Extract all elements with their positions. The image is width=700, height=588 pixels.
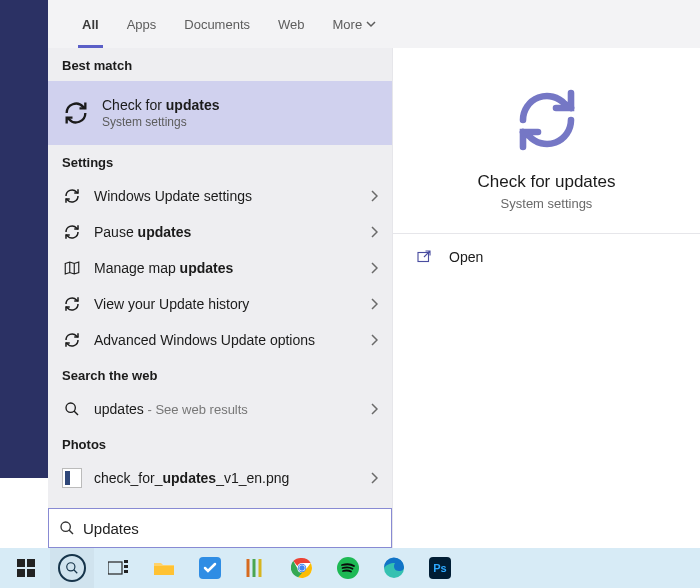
taskbar-app-file-explorer[interactable]	[142, 548, 186, 588]
taskbar-search-button[interactable]	[50, 548, 94, 588]
result-best-match-text: Check for updates System settings	[102, 97, 220, 129]
result-web-search[interactable]: updates - See web results	[48, 391, 392, 427]
result-pause-updates[interactable]: Pause updates	[48, 214, 392, 250]
sync-icon	[62, 294, 82, 314]
desktop-background	[0, 478, 48, 548]
svg-rect-11	[108, 562, 122, 574]
task-view-button[interactable]	[96, 548, 140, 588]
section-header-settings: Settings	[48, 145, 392, 178]
taskbar: Ps	[0, 548, 700, 588]
svg-rect-7	[17, 569, 25, 577]
preview-action-open[interactable]: Open	[393, 234, 700, 280]
sync-icon	[62, 186, 82, 206]
svg-point-20	[299, 565, 304, 570]
result-photo-file[interactable]: check_for_updates_v1_en.png	[48, 460, 392, 496]
chevron-right-icon	[370, 298, 378, 310]
tab-more-label: More	[333, 17, 363, 32]
search-icon	[58, 554, 86, 582]
map-icon	[62, 258, 82, 278]
chevron-down-icon	[366, 19, 376, 29]
search-icon	[62, 399, 82, 419]
svg-line-10	[74, 570, 78, 574]
svg-rect-6	[27, 559, 35, 567]
taskbar-app-todo[interactable]	[188, 548, 232, 588]
taskbar-app-chrome[interactable]	[280, 548, 324, 588]
tab-documents[interactable]: Documents	[170, 0, 264, 48]
preview-action-open-label: Open	[449, 249, 483, 265]
preview-subtitle: System settings	[501, 196, 593, 211]
svg-rect-8	[27, 569, 35, 577]
section-header-photos: Photos	[48, 427, 392, 460]
svg-rect-5	[17, 559, 25, 567]
start-button[interactable]	[4, 548, 48, 588]
section-header-search-web: Search the web	[48, 358, 392, 391]
taskbar-app-spotify[interactable]	[326, 548, 370, 588]
sync-icon	[62, 330, 82, 350]
svg-point-2	[61, 522, 70, 531]
svg-text:Ps: Ps	[433, 562, 446, 574]
preview-title: Check for updates	[478, 172, 616, 192]
search-box[interactable]	[48, 508, 392, 548]
search-results-column: Best match Check for updates System sett…	[48, 48, 392, 548]
sync-icon	[62, 222, 82, 242]
chevron-right-icon	[370, 262, 378, 274]
result-preview-pane: Check for updates System settings Open	[392, 48, 700, 548]
result-best-match[interactable]: Check for updates System settings	[48, 81, 392, 145]
svg-point-0	[66, 403, 75, 412]
image-thumbnail-icon	[62, 468, 82, 488]
chevron-right-icon	[370, 190, 378, 202]
search-scope-tabs: All Apps Documents Web More	[48, 0, 700, 48]
result-windows-update-settings[interactable]: Windows Update settings	[48, 178, 392, 214]
sync-icon	[62, 99, 90, 127]
tab-web[interactable]: Web	[264, 0, 319, 48]
search-icon	[59, 520, 75, 536]
preview-hero: Check for updates System settings	[478, 84, 616, 211]
svg-rect-15	[154, 566, 174, 575]
svg-rect-13	[124, 565, 128, 568]
svg-rect-12	[124, 560, 128, 563]
chevron-right-icon	[370, 472, 378, 484]
chevron-right-icon	[370, 403, 378, 415]
result-manage-map-updates[interactable]: Manage map updates	[48, 250, 392, 286]
chevron-right-icon	[370, 334, 378, 346]
chevron-right-icon	[370, 226, 378, 238]
tab-all[interactable]: All	[68, 0, 113, 48]
start-search-panel: All Apps Documents Web More Best match C…	[48, 0, 700, 548]
taskbar-app-stripes[interactable]	[234, 548, 278, 588]
search-panel-body: Best match Check for updates System sett…	[48, 48, 700, 548]
tab-apps[interactable]: Apps	[113, 0, 171, 48]
search-input[interactable]	[83, 520, 381, 537]
svg-rect-14	[124, 570, 128, 573]
open-icon	[415, 248, 433, 266]
result-view-update-history[interactable]: View your Update history	[48, 286, 392, 322]
svg-point-9	[67, 563, 75, 571]
svg-line-3	[69, 530, 73, 534]
svg-line-1	[74, 411, 78, 415]
taskbar-app-photoshop[interactable]: Ps	[418, 548, 462, 588]
tab-more[interactable]: More	[319, 0, 391, 48]
taskbar-app-edge[interactable]	[372, 548, 416, 588]
result-advanced-update-options[interactable]: Advanced Windows Update options	[48, 322, 392, 358]
section-header-best-match: Best match	[48, 48, 392, 81]
sync-icon	[511, 84, 583, 156]
